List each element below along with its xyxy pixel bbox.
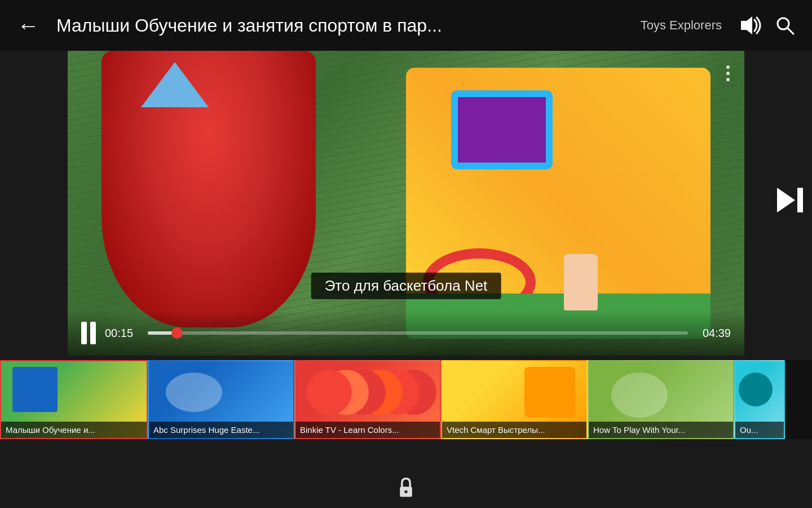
header: ← Малыши Обучение и занятия спортом в па… (0, 0, 812, 51)
pause-bar-right (90, 322, 96, 344)
toy-screen (451, 90, 553, 169)
pause-button[interactable] (81, 322, 96, 344)
playlist-label-4: Vtech Смарт Выстрелы... (442, 422, 586, 438)
progress-bar[interactable] (148, 331, 688, 335)
svg-marker-0 (741, 16, 752, 34)
header-icons (739, 15, 795, 36)
video-player[interactable]: Это для баскетбола Net 00:15 04:39 (68, 51, 744, 356)
pause-icon (81, 322, 96, 344)
search-button[interactable] (775, 15, 795, 36)
more-options-button[interactable] (723, 62, 733, 85)
playlist-label-1: Малыши Обучение и... (1, 422, 147, 438)
svg-marker-3 (777, 188, 795, 213)
subtitle-text: Это для баскетбола Net (311, 273, 501, 299)
video-title: Малыши Обучение и занятия спортом в пар.… (56, 15, 641, 36)
time-total: 04:39 (697, 327, 731, 340)
scene-shirt (102, 51, 316, 327)
svg-line-2 (788, 28, 793, 34)
playlist-item-2[interactable]: Abc Surprises Huge Easte... (148, 360, 294, 439)
svg-rect-4 (797, 188, 803, 213)
dot-icon (726, 65, 730, 69)
time-current: 00:15 (105, 327, 139, 340)
lock-icon[interactable] (396, 478, 416, 500)
playlist-item-1[interactable]: Малыши Обучение и... (0, 360, 148, 439)
playlist-item-3[interactable]: Binkie TV - Learn Colors... (294, 360, 441, 439)
dot-icon (726, 72, 730, 75)
video-controls: 00:15 04:39 (68, 310, 744, 356)
scene-hand (564, 254, 598, 310)
playlist-item-4[interactable]: Vtech Смарт Выстрелы... (441, 360, 588, 439)
back-button[interactable]: ← (17, 13, 39, 38)
pause-bar-left (81, 322, 87, 344)
lock-area (396, 478, 416, 500)
progress-thumb[interactable] (171, 327, 183, 339)
playlist-item-6[interactable]: Ou... (734, 360, 785, 439)
video-background (68, 51, 744, 356)
playlist-label-3: Binkie TV - Learn Colors... (295, 422, 440, 438)
playlist-item-5[interactable]: How To Play With Your... (588, 360, 734, 439)
next-video-button[interactable] (777, 188, 806, 219)
channel-name: Toys Explorers (641, 18, 722, 33)
playlist: Малыши Обучение и... Abc Surprises Huge … (0, 360, 812, 439)
volume-button[interactable] (739, 15, 761, 36)
dot-icon (726, 78, 730, 81)
video-wrapper: Это для баскетбола Net 00:15 04:39 (68, 51, 744, 356)
playlist-label-6: Ou... (735, 422, 784, 438)
playlist-label-5: How To Play With Your... (589, 422, 733, 438)
playlist-label-2: Abc Surprises Huge Easte... (149, 422, 293, 438)
svg-point-6 (404, 491, 407, 493)
